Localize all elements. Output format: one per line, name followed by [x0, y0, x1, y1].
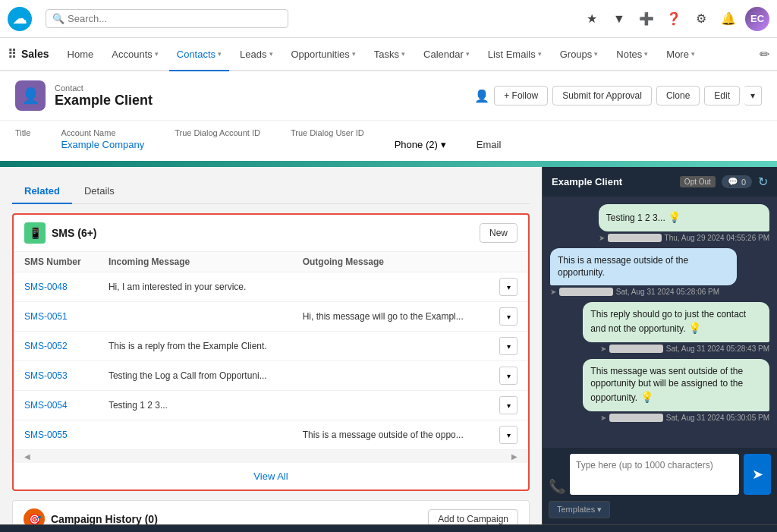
search-icon: 🔍	[52, 13, 64, 24]
message-arrow-icon: ➤	[600, 345, 606, 353]
bell-icon[interactable]: 🔔	[718, 8, 739, 30]
app-logo: ⠿ Sales	[8, 47, 49, 61]
actions-dropdown-button[interactable]: ▾	[744, 86, 762, 105]
contacts-chevron: ▾	[218, 50, 222, 58]
sms-link[interactable]: SMS-0054	[24, 400, 68, 411]
row-dropdown-button[interactable]: ▾	[499, 307, 517, 326]
nav-item-list-emails[interactable]: List Emails ▾	[480, 38, 549, 71]
sms-link[interactable]: SMS-0048	[24, 282, 68, 292]
chat-message: This is a message outside of the opportu…	[550, 248, 737, 297]
table-row: SMS-0055 This is a message outside of th…	[14, 420, 528, 450]
table-row: SMS-0053 Testing the Log a Call from Opp…	[14, 361, 528, 391]
nav-edit-icon[interactable]: ✏	[760, 47, 769, 61]
view-all-link[interactable]: View All	[14, 463, 528, 490]
search-input[interactable]	[68, 13, 282, 24]
contact-header: 👤 Contact Example Client 👤 + Follow Subm…	[0, 71, 777, 120]
title-label: Title	[15, 128, 30, 137]
row-dropdown-button[interactable]: ▾	[499, 337, 517, 355]
table-row: SMS-0054 Testing 1 2 3... ▾	[14, 391, 528, 420]
chat-input[interactable]	[570, 454, 739, 495]
chat-count: 0	[741, 178, 746, 187]
tab-related[interactable]: Related	[12, 179, 72, 204]
main-content: Related Details 📱 SMS (6+) New SMS Numbe…	[0, 167, 777, 524]
nav-item-more[interactable]: More ▾	[659, 38, 703, 71]
sms-link[interactable]: SMS-0052	[24, 341, 68, 351]
scroll-indicator: ◀ ▶	[14, 450, 528, 463]
nav-item-calendar[interactable]: Calendar ▾	[416, 38, 477, 71]
nav-item-leads[interactable]: Leads ▾	[232, 38, 280, 71]
row-dropdown-button[interactable]: ▾	[499, 367, 517, 385]
message-meta: ➤ ██████████ Sat, Aug 31 2024 05:28:06 P…	[550, 288, 737, 296]
right-panel: Example Client Opt Out 💬 0 ↻ Testing 1 2…	[542, 167, 777, 524]
nav-item-tasks[interactable]: Tasks ▾	[366, 38, 413, 71]
incoming-message: Hi, I am interested in your service.	[98, 272, 292, 302]
sms-link[interactable]: SMS-0051	[24, 311, 68, 322]
nav-item-opportunities[interactable]: Opportunities ▾	[284, 38, 363, 71]
truedialog-account-label: True Dialog Account ID	[175, 128, 260, 137]
phone-chevron-icon: ▾	[441, 139, 446, 150]
app-name: Sales	[21, 48, 49, 60]
nav-item-groups[interactable]: Groups ▾	[552, 38, 606, 71]
salesforce-logo[interactable]: ☁	[8, 7, 32, 31]
table-row: SMS-0048 Hi, I am interested in your ser…	[14, 272, 528, 302]
scroll-right-icon[interactable]: ▶	[511, 452, 517, 461]
avatar[interactable]: EC	[745, 7, 769, 31]
sms-new-button[interactable]: New	[480, 223, 517, 243]
refresh-icon[interactable]: ↻	[758, 175, 768, 189]
opt-out-badge: Opt Out	[680, 176, 716, 187]
field-email: Email	[477, 128, 502, 150]
row-dropdown-button[interactable]: ▾	[499, 396, 517, 414]
search-bar[interactable]: 🔍	[46, 9, 288, 28]
chat-message: This message was sent outside of the opp…	[583, 359, 769, 422]
clone-button[interactable]: Clone	[656, 86, 700, 105]
follow-button[interactable]: + Follow	[494, 86, 548, 105]
incoming-message	[98, 302, 292, 332]
col-sms-number: SMS Number	[14, 252, 98, 272]
settings-icon[interactable]: ⚙	[690, 8, 712, 30]
accounts-chevron: ▾	[155, 50, 159, 58]
row-dropdown-button[interactable]: ▾	[499, 426, 517, 444]
tabs-row: Related Details	[12, 179, 530, 204]
outgoing-message: Hi, this message will go to the Exampl..…	[292, 302, 489, 332]
field-phone[interactable]: Phone (2) ▾	[395, 128, 446, 150]
row-dropdown-button[interactable]: ▾	[499, 278, 517, 296]
sms-link[interactable]: SMS-0055	[24, 430, 68, 440]
outgoing-message	[292, 332, 489, 361]
bookmark-icon[interactable]: ★	[581, 8, 602, 30]
dropdown-icon[interactable]: ▼	[609, 8, 630, 30]
campaign-section-header: 🎯 Campaign History (0) Add to Campaign	[13, 501, 529, 524]
outgoing-message	[292, 361, 489, 391]
message-bubble-incoming: This is a message outside of the opportu…	[550, 248, 737, 286]
phone-dropdown[interactable]: Phone (2) ▾	[395, 139, 446, 150]
add-to-campaign-button[interactable]: Add to Campaign	[428, 509, 518, 524]
message-arrow-icon: ➤	[550, 288, 556, 296]
scroll-left-icon[interactable]: ◀	[24, 452, 30, 461]
tab-details[interactable]: Details	[72, 179, 127, 204]
templates-button[interactable]: Templates ▾	[549, 501, 610, 518]
chat-messages: Testing 1 2 3... 💡 ➤ ██████████ Thu, Aug…	[543, 197, 777, 448]
incoming-message: Testing 1 2 3...	[98, 391, 292, 420]
chat-message: This reply should go to just the contact…	[583, 302, 769, 352]
chat-input-area: 📞 ➤	[543, 448, 777, 501]
groups-chevron: ▾	[594, 50, 598, 58]
help-icon[interactable]: ❓	[663, 8, 684, 30]
nav-item-contacts[interactable]: Contacts ▾	[169, 38, 229, 71]
nav-item-home[interactable]: Home	[60, 38, 102, 71]
edit-button[interactable]: Edit	[704, 86, 740, 105]
submit-approval-button[interactable]: Submit for Approval	[552, 86, 652, 105]
leads-chevron: ▾	[269, 50, 273, 58]
contact-name: Example Client	[55, 93, 153, 109]
sms-link[interactable]: SMS-0053	[24, 370, 68, 381]
bottom-bar: ⚡ TrueDialog Settings 💬 TrueDialog Incom…	[0, 524, 777, 532]
nav-item-accounts[interactable]: Accounts ▾	[104, 38, 165, 71]
send-button[interactable]: ➤	[744, 454, 771, 495]
account-name-link[interactable]: Example Company	[61, 139, 144, 150]
message-bubble-outgoing: This message was sent outside of the opp…	[583, 359, 769, 411]
grid-icon[interactable]: ⠿	[8, 47, 17, 61]
nav-item-notes[interactable]: Notes ▾	[609, 38, 656, 71]
add-icon[interactable]: ➕	[636, 8, 657, 30]
col-incoming: Incoming Message	[98, 252, 292, 272]
contact-label: Contact	[55, 83, 153, 93]
phone-call-icon: 📞	[549, 478, 565, 495]
message-arrow-icon: ➤	[600, 414, 606, 422]
